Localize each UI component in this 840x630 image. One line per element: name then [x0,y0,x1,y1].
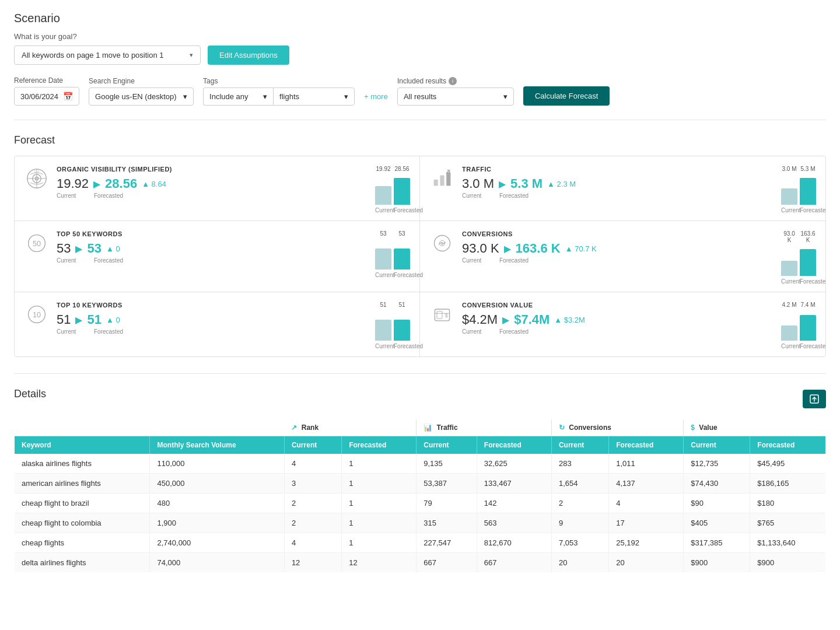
tags-operator-select[interactable]: Include any ▾ [203,88,273,106]
export-icon [810,394,819,404]
cell-5-6: 20 [551,553,608,573]
conversions-header-icon: ↻ [559,424,565,432]
svg-text:50: 50 [33,240,41,248]
cell-0-8: $12,735 [684,454,750,474]
cell-2-3: 1 [342,494,416,513]
cell-5-1: 74,000 [150,553,284,573]
conversion-value-forecasted: $7.4M [514,312,550,327]
conversions-title: CONVERSIONS [462,230,774,237]
search-engine-chevron: ▾ [183,92,187,101]
export-button[interactable] [803,390,826,408]
tags-keyword-value: flights [279,92,299,101]
more-filters-link[interactable]: + more [364,92,388,101]
svg-text:$: $ [441,241,443,246]
top50-keywords-bar-current [375,249,391,270]
conversions-group-header: ↻ Conversions [551,419,683,436]
cell-2-1: 480 [150,494,284,513]
traffic-values: 3.0 M ▶ 5.3 M ▲ 2.3 M [462,176,774,191]
forecast-card-top10-keywords: 10 TOP 10 KEYWORDS 51 ▶ 51 ▲ 0 Current F… [15,292,420,356]
included-results-label: Included results i [397,77,514,85]
goal-label: What is your goal? [14,32,826,41]
tags-value-select[interactable]: flights ▾ [273,88,355,106]
conversion-value-bar-forecasted [800,315,816,341]
organic-visibility-title: ORGANIC VISIBILITY (SIMPLIFIED) [57,166,368,173]
top10-keywords-chart-labels: Current Forecasted [375,343,410,349]
calc-btn-wrapper: Calculate Forecast [523,86,610,106]
traffic-delta: ▲ 2.3 M [547,180,576,188]
tags-value-chevron: ▾ [344,92,348,101]
cell-2-2: 2 [284,494,341,513]
top10-keywords-bar-current [375,320,391,341]
forecast-grid: ORGANIC VISIBILITY (SIMPLIFIED) 19.92 ▶ … [14,156,826,357]
traffic-title: TRAFFIC [462,166,774,173]
traffic-bar-current [781,188,797,205]
top10-keywords-chart: 51 51 Current Forecasted [375,302,410,349]
forecast-card-traffic: TRAFFIC 3.0 M ▶ 5.3 M ▲ 2.3 M Current Fo… [420,156,825,221]
edit-assumptions-button[interactable]: Edit Assumptions [208,46,289,65]
forecast-title: Forecast [14,134,826,146]
cell-5-7: 20 [609,553,684,573]
cell-5-4: 667 [416,553,477,573]
info-icon[interactable]: i [449,77,457,85]
svg-rect-8 [440,176,444,186]
cell-0-5: 32,625 [477,454,551,474]
traffic-bar-forecasted [800,178,816,205]
col-header-2: Current [284,436,341,454]
conversion-value-title: CONVERSION VALUE [462,302,774,309]
traffic-forecasted: 5.3 M [510,176,542,191]
cell-0-7: 1,011 [609,454,684,474]
top50-keywords-arrow: ▶ [75,243,82,254]
cell-1-4: 53,387 [416,474,477,494]
top10-keywords-delta: ▲ 0 [106,316,120,324]
top10-keywords-content: TOP 10 KEYWORDS 51 ▶ 51 ▲ 0 Current Fore… [57,302,368,335]
cell-3-0: cheap flight to colombia [15,513,150,533]
conversions-content: CONVERSIONS 93.0 K ▶ 163.6 K ▲ 70.7 K Cu… [462,230,774,264]
cell-2-6: 2 [551,494,608,513]
conversion-value-bar-chart [781,312,816,341]
conversions-labels: Current Forecasted [462,257,774,264]
col-header-7: Forecasted [609,436,684,454]
tags-operator-chevron: ▾ [263,92,267,101]
cell-1-3: 1 [342,474,416,494]
date-input[interactable]: 30/06/2024 📅 [14,87,79,106]
col-header-4: Current [416,436,477,454]
value-header-icon: $ [691,424,695,432]
col-header-row: KeywordMonthly Search VolumeCurrentForec… [15,436,826,454]
top50-keywords-bar-chart [375,240,410,270]
top50-keywords-bar-forecasted [394,249,410,270]
cell-4-0: cheap flights [15,533,150,553]
rank-group-header: ↗ Rank [284,419,416,436]
cell-3-3: 1 [342,513,416,533]
cell-0-2: 4 [284,454,341,474]
included-results-select[interactable]: All results ▾ [397,88,514,106]
top50-keywords-title: TOP 50 KEYWORDS [57,230,368,237]
col-header-1: Monthly Search Volume [150,436,284,454]
col-header-3: Forecasted [342,436,416,454]
cell-3-7: 17 [609,513,684,533]
cell-4-1: 2,740,000 [150,533,284,553]
forecast-card-organic-visibility: ORGANIC VISIBILITY (SIMPLIFIED) 19.92 ▶ … [15,156,420,221]
search-engine-select[interactable]: Google us-EN (desktop) ▾ [89,88,194,106]
conversions-values: 93.0 K ▶ 163.6 K ▲ 70.7 K [462,241,774,256]
conversions-bar-forecasted [800,249,816,276]
top50-keywords-content: TOP 50 KEYWORDS 53 ▶ 53 ▲ 0 Current Fore… [57,230,368,264]
top10-keywords-title: TOP 10 KEYWORDS [57,302,368,309]
traffic-current: 3.0 M [462,176,494,191]
organic-visibility-chart-labels: Current Forecasted [375,207,410,214]
cell-3-4: 315 [416,513,477,533]
conversion-value-delta: ▲ $3.2M [554,316,585,324]
organic-visibility-icon [24,166,50,191]
cell-2-5: 142 [477,494,551,513]
details-title: Details [14,388,46,400]
traffic-arrow: ▶ [499,178,506,190]
conversions-current: 93.0 K [462,241,499,256]
traffic-chart-labels: Current Forecasted [781,207,816,214]
goal-dropdown[interactable]: All keywords on page 1 move to position … [14,46,201,65]
calculate-forecast-button[interactable]: Calculate Forecast [523,86,610,106]
conversions-forecasted: 163.6 K [516,241,561,256]
details-table: ↗ Rank 📊 Traffic ↻ Conversions $ Value [14,419,826,573]
ref-date-label: Reference Date [14,76,79,85]
calendar-icon: 📅 [63,92,73,101]
top50-keywords-labels: Current Forecasted [57,257,368,264]
search-engine-value: Google us-EN (desktop) [95,92,176,101]
